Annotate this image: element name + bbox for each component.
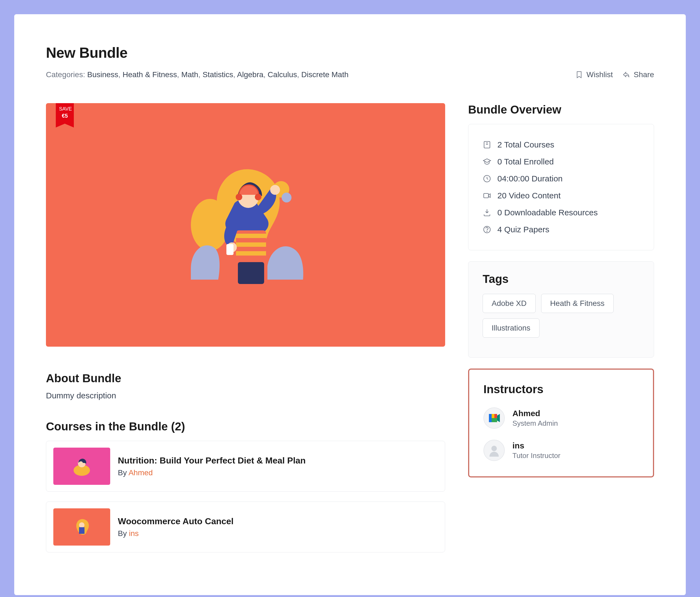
overview-heading: Bundle Overview xyxy=(468,103,654,116)
about-description: Dummy description xyxy=(46,391,445,400)
tag[interactable]: Adobe XD xyxy=(483,294,536,313)
svg-rect-25 xyxy=(489,414,492,422)
svg-point-9 xyxy=(255,194,261,200)
instructor-role: System Admin xyxy=(512,419,558,428)
courses-count: (2) xyxy=(171,420,185,433)
svg-point-23 xyxy=(487,231,487,232)
overview-box: 2 Total Courses0 Total Enrolled04:00:00 … xyxy=(468,124,654,250)
svg-rect-12 xyxy=(226,244,233,255)
course-byline: By ins xyxy=(118,529,233,538)
categories-line: Categories: Business, Heath & Fitness, M… xyxy=(46,70,349,79)
overview-text: 2 Total Courses xyxy=(497,140,554,149)
course-byline: By Ahmed xyxy=(118,469,306,477)
categories-prefix: Categories: xyxy=(46,70,87,79)
svg-rect-6 xyxy=(236,251,266,256)
svg-rect-5 xyxy=(236,242,266,247)
wishlist-button[interactable]: Wishlist xyxy=(575,70,613,79)
ribbon-amount: €5 xyxy=(59,112,71,119)
course-author-link[interactable]: ins xyxy=(129,529,139,538)
course-title: Woocommerce Auto Cancel xyxy=(118,516,233,526)
gradcap-icon xyxy=(483,157,491,166)
header-actions: Wishlist Share xyxy=(575,70,654,79)
tag[interactable]: Heath & Fitness xyxy=(541,294,614,313)
course-list: Nutrition: Build Your Perfect Diet & Mea… xyxy=(46,441,445,552)
overview-item: 4 Quiz Papers xyxy=(483,221,640,238)
instructor-meta: Ahmed System Admin xyxy=(512,409,558,428)
svg-point-8 xyxy=(236,194,242,200)
instructors-heading: Instructors xyxy=(483,383,639,396)
svg-rect-4 xyxy=(236,234,266,238)
instructors-list: Ahmed System Admin ins Tutor Instructor xyxy=(483,407,639,461)
bookmark-icon xyxy=(575,71,583,79)
course-card[interactable]: Woocommerce Auto Cancel By ins xyxy=(46,502,445,552)
tag[interactable]: Illustrations xyxy=(483,318,540,338)
svg-point-29 xyxy=(491,446,497,451)
hero-image: SAVE €5 xyxy=(46,103,445,347)
overview-text: 4 Quiz Papers xyxy=(497,225,549,234)
overview-text: 20 Video Content xyxy=(497,191,560,200)
tags-list: Adobe XDHeath & FitnessIllustrations xyxy=(483,294,640,343)
category-link[interactable]: Discrete Math xyxy=(301,70,349,79)
svg-point-0 xyxy=(191,199,229,251)
left-column: SAVE €5 xyxy=(46,103,445,562)
instructors-box: Instructors Ahmed System Admin ins Tutor… xyxy=(468,368,654,477)
content-columns: SAVE €5 xyxy=(46,103,654,562)
course-title: Nutrition: Build Your Perfect Diet & Mea… xyxy=(118,456,306,466)
svg-rect-26 xyxy=(492,414,494,418)
share-button[interactable]: Share xyxy=(622,70,654,79)
tags-heading: Tags xyxy=(483,272,640,286)
overview-item: 20 Video Content xyxy=(483,187,640,204)
save-ribbon: SAVE €5 xyxy=(56,103,74,124)
course-thumbnail xyxy=(53,508,110,546)
bundle-page: New Bundle Categories: Business, Heath &… xyxy=(14,14,686,595)
overview-text: 04:00:00 Duration xyxy=(497,174,563,183)
share-icon xyxy=(622,71,630,79)
right-column: Bundle Overview 2 Total Courses0 Total E… xyxy=(468,103,654,562)
course-meta: Nutrition: Build Your Perfect Diet & Mea… xyxy=(118,456,306,477)
category-link[interactable]: Business xyxy=(87,70,118,79)
instructor-meta: ins Tutor Instructor xyxy=(512,441,560,460)
svg-point-16 xyxy=(79,522,84,528)
course-thumbnail xyxy=(53,448,110,485)
category-link[interactable]: Algebra xyxy=(237,70,264,79)
overview-text: 0 Total Enrolled xyxy=(497,157,554,166)
overview-item: 04:00:00 Duration xyxy=(483,170,640,187)
svg-rect-13 xyxy=(238,262,264,284)
overview-text: 0 Downloadable Resources xyxy=(497,208,598,217)
courses-heading: Courses in the Bundle (2) xyxy=(46,420,445,433)
category-link[interactable]: Calculus xyxy=(268,70,297,79)
svg-point-11 xyxy=(270,185,280,195)
book-icon xyxy=(483,140,491,149)
svg-rect-27 xyxy=(492,418,497,422)
question-icon xyxy=(483,225,491,234)
tags-box: Tags Adobe XDHeath & FitnessIllustration… xyxy=(468,261,654,358)
share-label: Share xyxy=(633,70,654,79)
clock-icon xyxy=(483,174,491,183)
about-heading: About Bundle xyxy=(46,372,445,385)
overview-item: 0 Downloadable Resources xyxy=(483,204,640,221)
instructor-name: Ahmed xyxy=(512,409,558,418)
instructor-name: ins xyxy=(512,441,560,450)
overview-item: 0 Total Enrolled xyxy=(483,153,640,170)
svg-rect-21 xyxy=(484,193,489,198)
course-card[interactable]: Nutrition: Build Your Perfect Diet & Mea… xyxy=(46,441,445,492)
category-link[interactable]: Statistics xyxy=(203,70,233,79)
avatar xyxy=(483,440,505,461)
instructor-role: Tutor Instructor xyxy=(512,451,560,460)
category-link[interactable]: Heath & Fitness xyxy=(123,70,177,79)
header-left: New Bundle Categories: Business, Heath &… xyxy=(46,44,349,79)
ribbon-label: SAVE xyxy=(59,106,71,112)
download-icon xyxy=(483,208,491,217)
instructor-row[interactable]: ins Tutor Instructor xyxy=(483,440,639,461)
course-author-link[interactable]: Ahmed xyxy=(128,469,153,477)
hero-illustration xyxy=(169,148,322,302)
overview-item: 2 Total Courses xyxy=(483,136,640,153)
instructor-row[interactable]: Ahmed System Admin xyxy=(483,407,639,429)
video-icon xyxy=(483,191,491,200)
page-header: New Bundle Categories: Business, Heath &… xyxy=(46,44,654,79)
svg-rect-17 xyxy=(484,141,490,148)
svg-rect-28 xyxy=(494,414,497,418)
avatar xyxy=(483,407,505,429)
category-link[interactable]: Math xyxy=(181,70,198,79)
svg-point-2 xyxy=(282,193,292,202)
